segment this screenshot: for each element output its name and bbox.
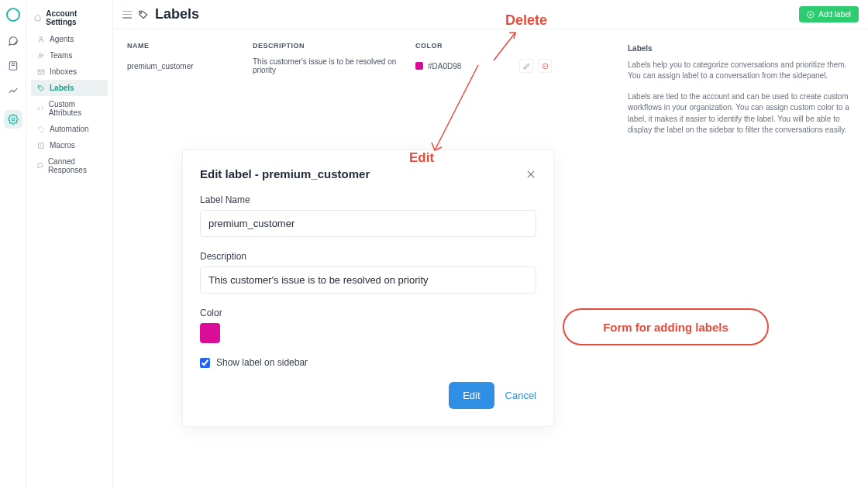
sidebar-item-label: Teams bbox=[50, 51, 72, 60]
annotation-form-text: Form for adding labels bbox=[603, 321, 728, 334]
sidebar-item-automation[interactable]: Automation bbox=[31, 121, 108, 137]
show-on-sidebar-checkbox[interactable] bbox=[200, 358, 210, 368]
th-desc: DESCRIPTION bbox=[253, 42, 415, 50]
logo-icon bbox=[6, 8, 20, 22]
sidebar-item-label: Inboxes bbox=[50, 67, 77, 76]
svg-point-8 bbox=[40, 86, 40, 87]
svg-point-4 bbox=[40, 36, 42, 39]
sidebar-item-canned-responses[interactable]: Canned Responses bbox=[31, 153, 108, 178]
nav-title: Account Settings bbox=[46, 9, 105, 26]
contacts-icon[interactable] bbox=[8, 60, 19, 71]
add-label-button[interactable]: Add label bbox=[799, 6, 859, 22]
tag-icon bbox=[138, 9, 149, 20]
cell-color: #DA0D98 bbox=[415, 62, 516, 70]
sidebar-item-label: Agents bbox=[50, 35, 74, 43]
edit-row-button[interactable] bbox=[519, 59, 533, 73]
label-name-label: Label Name bbox=[200, 194, 536, 205]
delete-row-button[interactable] bbox=[538, 59, 552, 73]
menu-icon[interactable] bbox=[122, 11, 132, 19]
sidebar-item-label: Automation bbox=[50, 125, 89, 133]
sidebar-item-inboxes[interactable]: Inboxes bbox=[31, 64, 108, 80]
label-desc-input[interactable] bbox=[200, 266, 536, 294]
edit-label-modal: Edit label - premium_customer Label Name… bbox=[182, 149, 554, 427]
cancel-button[interactable]: Cancel bbox=[505, 390, 536, 401]
svg-point-10 bbox=[141, 12, 142, 13]
modal-title: Edit label - premium_customer bbox=[200, 167, 370, 180]
label-name-input[interactable] bbox=[200, 210, 536, 237]
info-p2: Labels are tied to the account and can b… bbox=[628, 91, 854, 136]
labels-table: NAME DESCRIPTION COLOR premium_customer … bbox=[113, 29, 628, 146]
settings-icon[interactable] bbox=[4, 110, 22, 129]
sidebar-item-label: Canned Responses bbox=[48, 157, 102, 174]
sidebar-item-macros[interactable]: Macros bbox=[31, 137, 108, 153]
annotation-form-callout: Form for adding labels bbox=[563, 308, 769, 345]
color-swatch bbox=[415, 62, 423, 70]
close-icon[interactable] bbox=[525, 169, 536, 180]
th-name: NAME bbox=[127, 42, 253, 50]
cell-desc: This customer's issue is to be resolved … bbox=[253, 57, 415, 74]
label-desc-label: Description bbox=[200, 251, 536, 262]
sidebar-item-custom-attributes[interactable]: Custom Attributes bbox=[31, 96, 108, 121]
color-hex: #DA0D98 bbox=[428, 62, 461, 70]
info-p1: Labels help you to categorize conversati… bbox=[628, 60, 854, 82]
sidebar-item-teams[interactable]: Teams bbox=[31, 47, 108, 64]
th-color: COLOR bbox=[415, 42, 516, 50]
show-on-sidebar-row[interactable]: Show label on sidebar bbox=[200, 357, 536, 368]
svg-point-3 bbox=[12, 118, 15, 121]
edit-button[interactable]: Edit bbox=[449, 382, 494, 409]
pencil-icon bbox=[523, 63, 530, 70]
show-on-sidebar-label: Show label on sidebar bbox=[216, 357, 308, 368]
table-row: premium_customer This customer's issue i… bbox=[127, 57, 614, 74]
home-icon bbox=[34, 14, 41, 22]
sidebar-item-label: Labels bbox=[50, 84, 74, 92]
add-label-text: Add label bbox=[818, 10, 851, 19]
svg-point-6 bbox=[42, 54, 43, 56]
sidebar-item-label: Custom Attributes bbox=[49, 100, 102, 117]
info-panel: Labels Labels help you to categorize con… bbox=[628, 29, 868, 146]
sidebar-item-labels[interactable]: Labels bbox=[31, 80, 108, 96]
svg-point-5 bbox=[40, 53, 42, 56]
trash-icon bbox=[542, 63, 549, 70]
color-picker[interactable] bbox=[200, 323, 220, 343]
sidebar-item-label: Macros bbox=[50, 141, 75, 149]
reports-icon[interactable] bbox=[8, 85, 19, 96]
icon-rail bbox=[0, 0, 26, 488]
plus-circle-icon bbox=[807, 11, 815, 19]
settings-nav: Account Settings Agents Teams Inboxes La… bbox=[26, 0, 113, 488]
page-header: Labels Add label bbox=[113, 0, 868, 29]
chat-icon[interactable] bbox=[8, 36, 19, 46]
label-color-label: Color bbox=[200, 308, 536, 318]
page-title: Labels bbox=[155, 6, 199, 22]
info-title: Labels bbox=[628, 43, 854, 55]
sidebar-item-agents[interactable]: Agents bbox=[31, 31, 108, 47]
cell-name: premium_customer bbox=[127, 62, 253, 70]
